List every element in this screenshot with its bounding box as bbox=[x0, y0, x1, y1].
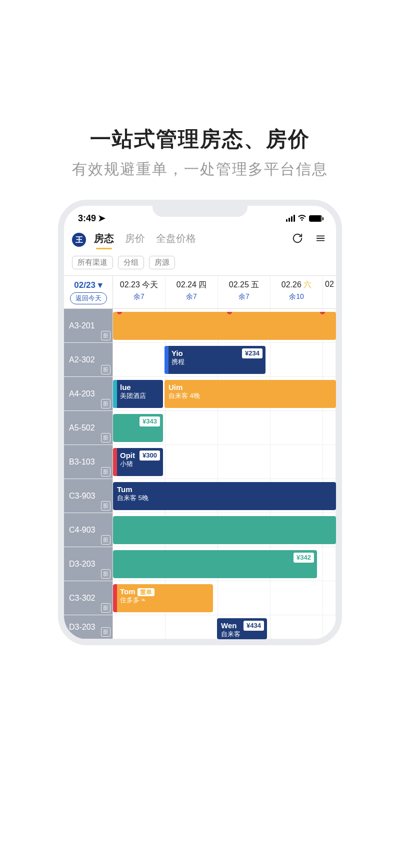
leaf-icon: ❧ bbox=[140, 596, 146, 604]
user-avatar[interactable]: 王 bbox=[72, 233, 86, 247]
price-tag: ¥434 bbox=[244, 621, 264, 631]
booking-block[interactable]: Tom重单 住多多❧ 重单 bbox=[113, 584, 213, 612]
booking-block[interactable] bbox=[113, 516, 336, 544]
dirty-badge: 脏 bbox=[101, 365, 110, 374]
battery-icon bbox=[309, 215, 322, 222]
alert-icon bbox=[320, 312, 325, 314]
menu-icon[interactable] bbox=[313, 231, 328, 249]
room-label[interactable]: C3-903 脏 bbox=[64, 479, 113, 513]
phone-notch bbox=[152, 205, 248, 217]
booking-block[interactable]: Wen 自来客 ¥434 bbox=[217, 618, 267, 639]
room-label[interactable]: A3-201 脏 bbox=[64, 309, 113, 342]
tab-all-price[interactable]: 全盘价格 bbox=[156, 232, 196, 248]
location-icon: ➤ bbox=[98, 213, 106, 224]
tab-room-status[interactable]: 房态 bbox=[94, 232, 114, 248]
day-header[interactable]: 02.23 今天 余7 bbox=[113, 276, 166, 308]
status-time: 3:49 bbox=[78, 213, 96, 224]
alert-icon bbox=[117, 312, 122, 314]
wifi-icon bbox=[298, 214, 306, 223]
price-tag: ¥234 bbox=[242, 348, 262, 358]
dirty-badge: 脏 bbox=[101, 331, 110, 340]
main-tabs: 房态 房价 全盘价格 bbox=[94, 232, 196, 248]
dirty-badge: 脏 bbox=[101, 569, 110, 579]
booking-block[interactable]: Opit 小猪 ¥300 bbox=[113, 448, 163, 476]
heading-title: 一站式管理房态、房价 bbox=[0, 125, 400, 153]
booking-block[interactable]: lue 美团酒店 bbox=[113, 380, 163, 408]
booking-block[interactable]: Tum 自来客 5晚 bbox=[113, 482, 336, 510]
dirty-badge: 脏 bbox=[101, 627, 110, 637]
filter-source[interactable]: 房源 bbox=[149, 256, 175, 269]
room-label[interactable]: D3-203 脏 bbox=[64, 547, 113, 581]
phone-frame: 3:49 ➤ 王 房态 房价 全盘价格 bbox=[58, 200, 342, 645]
dirty-badge: 脏 bbox=[101, 433, 110, 443]
room-label[interactable]: A5-502 脏 bbox=[64, 411, 113, 445]
booking-block[interactable]: Yio 携程 ¥234 bbox=[164, 346, 266, 374]
dirty-badge: 脏 bbox=[101, 467, 110, 477]
room-label[interactable]: A4-203 脏 bbox=[64, 377, 113, 410]
room-label[interactable]: B3-103 脏 bbox=[64, 445, 113, 479]
day-header[interactable]: 02 bbox=[323, 276, 336, 308]
booking-block[interactable]: ¥342 bbox=[113, 550, 317, 578]
dirty-badge: 脏 bbox=[101, 535, 110, 545]
price-tag: ¥300 bbox=[140, 451, 160, 461]
room-label[interactable]: C4-903 脏 bbox=[64, 513, 113, 547]
alert-icon bbox=[227, 312, 232, 314]
day-header[interactable]: 02.24 四 余7 bbox=[166, 276, 218, 308]
marketing-heading: 一站式管理房态、房价 有效规避重单，一处管理多平台信息 bbox=[0, 125, 400, 180]
room-label[interactable]: C3-302 脏 bbox=[64, 581, 113, 615]
booking-block[interactable] bbox=[113, 312, 336, 340]
room-label[interactable]: A2-302 脏 bbox=[64, 343, 113, 376]
day-header[interactable]: 02.26 六 余10 bbox=[270, 276, 323, 308]
date-selector[interactable]: 02/23 ▾ bbox=[74, 280, 102, 290]
filter-group[interactable]: 分组 bbox=[118, 256, 144, 269]
heading-subtitle: 有效规避重单，一处管理多平台信息 bbox=[0, 159, 400, 180]
return-today-button[interactable]: 返回今天 bbox=[70, 292, 107, 304]
filter-channel[interactable]: 所有渠道 bbox=[72, 256, 113, 269]
refresh-icon[interactable] bbox=[290, 231, 305, 249]
booking-block[interactable]: Uim 自来客 4晚 bbox=[164, 380, 336, 408]
dirty-badge: 脏 bbox=[101, 399, 110, 408]
duplicate-badge: 重单 bbox=[138, 588, 154, 596]
dirty-badge: 脏 bbox=[101, 501, 110, 511]
signal-icon bbox=[286, 215, 295, 222]
price-tag: ¥342 bbox=[294, 553, 314, 563]
price-tag: ¥343 bbox=[140, 416, 160, 426]
day-header[interactable]: 02.25 五 余7 bbox=[218, 276, 270, 308]
room-label[interactable]: D3-203 脏 bbox=[64, 615, 113, 639]
booking-block[interactable]: ¥343 bbox=[113, 414, 163, 442]
dirty-badge: 脏 bbox=[101, 603, 110, 613]
tab-room-price[interactable]: 房价 bbox=[125, 232, 145, 248]
